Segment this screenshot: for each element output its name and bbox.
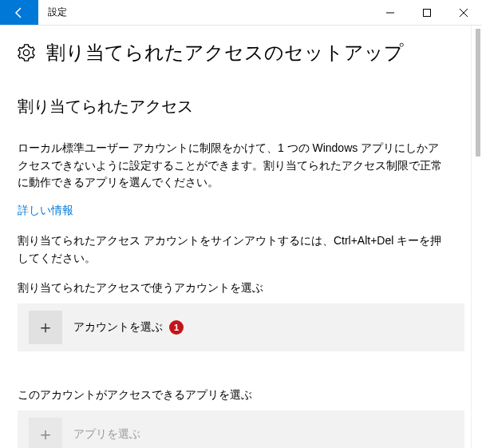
close-button[interactable] [445,0,482,25]
maximize-button[interactable] [409,0,445,25]
minimize-button[interactable] [372,0,409,25]
maximize-icon [423,9,431,17]
svg-rect-0 [424,9,431,16]
choose-account-button[interactable]: ＋ アカウントを選ぶ 1 [18,303,464,351]
arrow-left-icon [13,6,26,19]
choose-app-button: ＋ アプリを選ぶ [18,410,464,448]
window-title: 設定 [38,0,372,25]
back-button[interactable] [0,0,38,25]
description-text: ローカル標準ユーザー アカウントに制限をかけて、1 つの Windows アプリ… [18,140,448,192]
gear-icon [18,44,35,61]
close-icon [460,9,468,17]
choose-app-label: アプリを選ぶ [73,427,140,442]
learn-more-link[interactable]: 詳しい情報 [18,204,73,218]
plus-icon: ＋ [29,311,62,344]
minimize-icon [386,9,394,17]
choose-account-label: アカウントを選ぶ [73,320,163,335]
choose-account-heading: 割り当てられたアクセスで使うアカウントを選ぶ [18,281,464,295]
choose-app-heading: このアカウントがアクセスできるアプリを選ぶ [18,388,464,402]
signout-note: 割り当てられたアクセス アカウントをサインアウトするには、Ctrl+Alt+De… [18,232,448,267]
page-title: 割り当てられたアクセスのセットアップ [46,40,404,65]
scrollbar-thumb[interactable] [476,29,480,157]
scrollbar[interactable] [471,26,482,448]
annotation-badge: 1 [169,320,184,335]
plus-icon: ＋ [29,418,62,448]
section-title: 割り当てられたアクセス [18,96,464,117]
